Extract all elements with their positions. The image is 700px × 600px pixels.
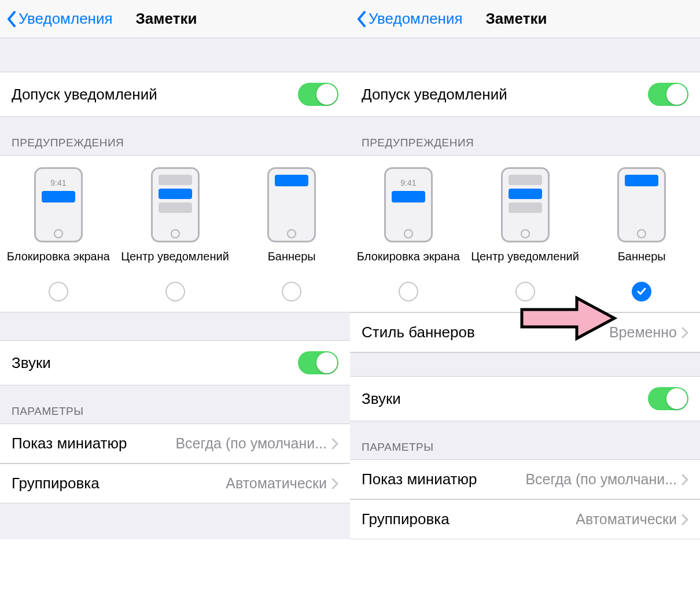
alerts-grid: 9:41 Блокировка экрана Центр уведомлений… <box>350 155 700 312</box>
banner-style-label: Стиль баннеров <box>362 323 475 341</box>
show-previews-label: Показ миниатюр <box>362 470 477 488</box>
chevron-left-icon <box>357 11 366 27</box>
back-button[interactable]: Уведомления <box>357 10 463 28</box>
allow-notifications-row[interactable]: Допуск уведомлений <box>0 72 350 117</box>
show-previews-row[interactable]: Показ миниатюр Всегда (по умолчани... <box>350 460 700 499</box>
page-title: Заметки <box>136 10 197 28</box>
alert-label: Блокировка экрана <box>7 249 110 278</box>
grouping-label: Группировка <box>12 474 100 492</box>
banners-radio[interactable] <box>632 282 651 301</box>
lockscreen-radio[interactable] <box>399 282 418 301</box>
alerts-grid: 9:41 Блокировка экрана Центр уведомлений… <box>0 155 350 312</box>
alert-option-lockscreen[interactable]: 9:41 Блокировка экрана <box>0 167 117 301</box>
back-label: Уведомления <box>369 10 463 28</box>
grouping-label: Группировка <box>362 510 450 528</box>
notification-center-radio[interactable] <box>165 282 185 301</box>
sounds-label: Звуки <box>12 354 51 372</box>
show-previews-value: Всегда (по умолчани... <box>525 471 677 488</box>
notification-center-preview-icon <box>151 167 200 242</box>
alert-option-banners[interactable]: Баннеры <box>583 167 700 301</box>
allow-notifications-label: Допуск уведомлений <box>362 86 507 104</box>
grouping-value: Автоматически <box>576 511 677 528</box>
alert-option-notification-center[interactable]: Центр уведомлений <box>467 167 584 301</box>
alert-label: Баннеры <box>268 249 316 278</box>
settings-pane-left: Уведомления Заметки Допуск уведомлений П… <box>0 0 350 539</box>
alert-label: Центр уведомлений <box>471 249 579 278</box>
show-previews-label: Показ миниатюр <box>12 435 127 452</box>
grouping-row[interactable]: Группировка Автоматически <box>350 499 700 539</box>
alerts-header: ПРЕДУПРЕЖДЕНИЯ <box>0 117 350 155</box>
grouping-row[interactable]: Группировка Автоматически <box>0 463 350 503</box>
nav-bar: Уведомления Заметки <box>350 0 700 38</box>
banners-preview-icon <box>267 167 316 242</box>
back-button[interactable]: Уведомления <box>7 10 113 28</box>
sounds-label: Звуки <box>362 390 401 408</box>
sounds-toggle[interactable] <box>298 351 338 374</box>
chevron-right-icon <box>681 474 688 485</box>
alert-label: Баннеры <box>618 249 666 278</box>
allow-notifications-toggle[interactable] <box>298 83 338 106</box>
lockscreen-preview-icon: 9:41 <box>34 167 83 242</box>
show-previews-value: Всегда (по умолчани... <box>175 435 327 452</box>
alert-option-lockscreen[interactable]: 9:41 Блокировка экрана <box>350 167 467 301</box>
alert-label: Блокировка экрана <box>357 249 460 278</box>
chevron-left-icon <box>7 11 16 27</box>
nav-bar: Уведомления Заметки <box>0 0 350 38</box>
lockscreen-preview-icon: 9:41 <box>384 167 433 242</box>
banners-radio[interactable] <box>282 282 301 301</box>
options-header: ПАРАМЕТРЫ <box>0 385 350 424</box>
settings-pane-right: Уведомления Заметки Допуск уведомлений П… <box>350 0 700 539</box>
banner-style-value: Временно <box>609 324 677 341</box>
chevron-right-icon <box>681 327 688 338</box>
back-label: Уведомления <box>19 10 113 28</box>
alert-option-banners[interactable]: Баннеры <box>233 167 350 301</box>
sounds-row[interactable]: Звуки <box>0 340 350 385</box>
banners-preview-icon <box>617 167 666 242</box>
lockscreen-radio[interactable] <box>49 282 68 301</box>
chevron-right-icon <box>331 478 338 489</box>
show-previews-row[interactable]: Показ миниатюр Всегда (по умолчани... <box>0 424 350 463</box>
allow-notifications-toggle[interactable] <box>648 83 688 106</box>
chevron-right-icon <box>681 514 688 525</box>
notification-center-preview-icon <box>501 167 550 242</box>
alert-option-notification-center[interactable]: Центр уведомлений <box>117 167 234 301</box>
alert-label: Центр уведомлений <box>121 249 229 278</box>
sounds-toggle[interactable] <box>648 387 688 410</box>
alerts-header: ПРЕДУПРЕЖДЕНИЯ <box>350 117 700 155</box>
page-title: Заметки <box>486 10 547 28</box>
grouping-value: Автоматически <box>226 475 327 492</box>
options-header: ПАРАМЕТРЫ <box>350 421 700 459</box>
annotation-arrow-icon <box>519 295 617 344</box>
allow-notifications-row[interactable]: Допуск уведомлений <box>350 72 700 117</box>
chevron-right-icon <box>331 438 338 450</box>
allow-notifications-label: Допуск уведомлений <box>12 86 157 104</box>
sounds-row[interactable]: Звуки <box>350 376 700 421</box>
